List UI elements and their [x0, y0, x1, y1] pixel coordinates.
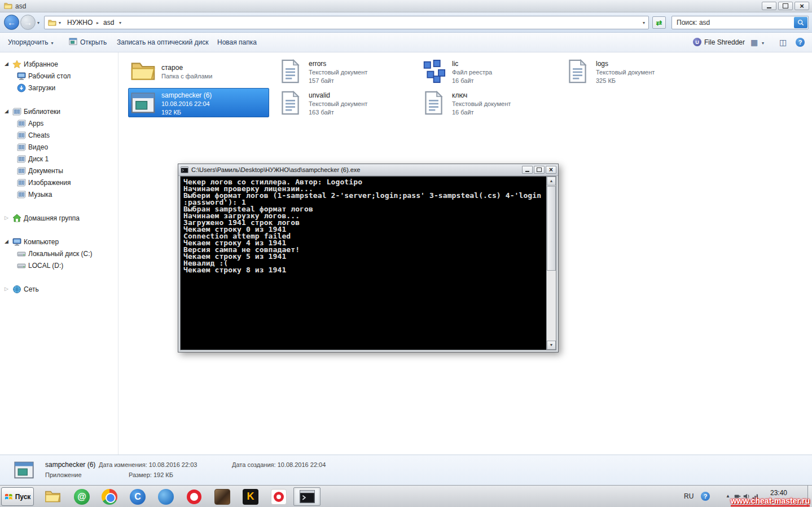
breadcrumb-current[interactable]: asd: [103, 19, 114, 27]
file-tile-klyuch[interactable]: ключ Текстовый документ 16 байт: [419, 88, 560, 117]
file-tile-sampchecker[interactable]: sampchecker (6) 10.08.2016 22:04 192 КБ: [128, 88, 269, 117]
taskbar-button-console[interactable]: [293, 487, 321, 506]
hard-drive-icon: [17, 249, 26, 258]
chevron-down-icon[interactable]: [119, 20, 121, 25]
console-body[interactable]: Чекер логов со стиллера. Автор: Logotipo…: [180, 176, 556, 350]
maximize-button[interactable]: [534, 166, 545, 174]
file-tile-staroe[interactable]: старое Папка с файлами: [128, 56, 269, 86]
explorer-titlebar: asd: [0, 0, 812, 12]
library-icon: [17, 155, 26, 164]
minimize-button[interactable]: [762, 2, 776, 10]
language-indicator[interactable]: RU: [684, 492, 694, 500]
sidebar-item-music[interactable]: Музыка: [0, 189, 118, 200]
file-tile-unvalid[interactable]: unvalid Текстовый документ 163 байт: [275, 88, 416, 117]
monitor-icon: [17, 72, 26, 81]
open-button[interactable]: Открыть: [69, 38, 107, 46]
taskbar-button-blue-app[interactable]: [152, 487, 179, 506]
console-window[interactable]: C:\Users\Рамиль\Desktop\НУЖНО\asd\sampch…: [178, 164, 559, 352]
kmplayer-icon: [243, 489, 258, 505]
expander-icon[interactable]: [5, 61, 8, 67]
close-button[interactable]: [795, 2, 809, 10]
refresh-button[interactable]: [652, 16, 666, 29]
library-icon: [17, 119, 26, 128]
preview-pane-button[interactable]: [779, 38, 787, 47]
expander-icon[interactable]: [5, 286, 8, 292]
taskbar-button-opera-2[interactable]: [265, 487, 292, 506]
expander-icon[interactable]: [5, 215, 8, 221]
minimize-button[interactable]: [522, 166, 533, 174]
sidebar-item-drive-d[interactable]: LOCAL (D:): [0, 260, 118, 271]
sidebar-item-favorites[interactable]: Избранное: [0, 59, 118, 70]
new-folder-button[interactable]: Новая папка: [217, 38, 257, 46]
file-tile-lic[interactable]: lic Файл реестра 16 байт: [419, 56, 560, 86]
console-titlebar[interactable]: C:\Users\Рамиль\Desktop\НУЖНО\asd\sampch…: [178, 164, 558, 176]
expander-icon[interactable]: [5, 108, 8, 114]
scroll-down-button[interactable]: [547, 341, 556, 350]
change-view-button[interactable]: [750, 38, 758, 47]
scroll-up-button[interactable]: [547, 177, 556, 186]
taskbar-button-photo-app[interactable]: [209, 487, 236, 506]
library-icon: [17, 143, 26, 152]
sidebar-item-video[interactable]: Видео: [0, 142, 118, 153]
console-line: Чекаем строку 8 из 1941: [183, 267, 543, 274]
back-button[interactable]: [4, 15, 19, 30]
organize-button[interactable]: Упорядочить: [8, 38, 53, 46]
file-tile-errors[interactable]: errors Текстовый документ 157 байт: [275, 56, 416, 86]
taskbar-button-browser-c[interactable]: [124, 487, 151, 506]
taskbar-button-mail-agent[interactable]: [68, 487, 95, 506]
sidebar-item-drive-c[interactable]: Локальный диск (C:): [0, 248, 118, 259]
vertical-scrollbar[interactable]: [546, 177, 556, 350]
sidebar-item-libraries[interactable]: Библиотеки: [0, 106, 118, 117]
taskbar-button-opera[interactable]: [181, 487, 208, 506]
sidebar-item-homegroup[interactable]: Домашняя группа: [0, 213, 118, 224]
tray-expand-icon[interactable]: [726, 493, 730, 499]
recent-pages-chevron-icon[interactable]: [37, 20, 39, 25]
clock[interactable]: 23:40: [763, 489, 795, 497]
taskbar-button-kmplayer[interactable]: [237, 487, 264, 506]
file-shredder-button[interactable]: File Shredder: [704, 38, 745, 46]
sidebar-item-desktop[interactable]: Рабочий стол: [0, 70, 118, 82]
forward-button[interactable]: [20, 15, 36, 30]
sidebar-item-network[interactable]: Сеть: [0, 284, 118, 295]
chevron-down-icon[interactable]: [59, 20, 61, 25]
search-button[interactable]: [794, 17, 807, 28]
file-size: Размер: 192 КБ: [129, 471, 173, 478]
opera-icon: [271, 489, 287, 505]
sidebar-item-downloads[interactable]: Загрузки: [0, 82, 118, 94]
taskbar-button-explorer[interactable]: [39, 487, 66, 506]
file-tile-logs[interactable]: logs Текстовый документ 325 КБ: [563, 56, 704, 86]
sidebar-item-apps[interactable]: Apps: [0, 118, 118, 129]
help-icon[interactable]: [701, 492, 710, 501]
search-box[interactable]: Поиск: asd: [671, 16, 809, 29]
sidebar-item-cheats[interactable]: Cheats: [0, 130, 118, 141]
hard-drive-icon: [17, 261, 26, 270]
taskbar-button-chrome[interactable]: [96, 487, 123, 506]
breadcrumb-separator-icon[interactable]: [96, 20, 99, 25]
date-modified: Дата изменения: 10.08.2016 22:03: [99, 461, 197, 468]
scrollbar-thumb[interactable]: [547, 186, 556, 271]
maximize-button[interactable]: [778, 2, 793, 10]
breadcrumb-root[interactable]: НУЖНО: [67, 19, 93, 27]
help-button[interactable]: [796, 38, 805, 47]
navigation-pane: Избранное Рабочий стол Загрузки Библиоте…: [0, 52, 118, 455]
application-icon: [14, 460, 34, 480]
start-button[interactable]: Пуск: [1, 487, 34, 506]
sidebar-item-computer[interactable]: Компьютер: [0, 236, 118, 248]
folder-icon: [45, 488, 61, 505]
text-document-icon: [278, 59, 303, 84]
application-icon: [69, 37, 77, 46]
desktop: asd НУЖНО asd Поиск: asd Упор: [0, 0, 812, 507]
address-history-chevron-icon[interactable]: [643, 20, 645, 25]
file-shredder-icon: [693, 38, 701, 46]
blue-app-icon: [158, 489, 174, 505]
address-bar[interactable]: НУЖНО asd: [44, 16, 649, 29]
sidebar-item-pictures[interactable]: Изображения: [0, 177, 118, 188]
close-button[interactable]: [546, 166, 556, 174]
sidebar-item-documents[interactable]: Документы: [0, 165, 118, 177]
text-document-icon: [278, 90, 303, 116]
burn-button[interactable]: Записать на оптический диск: [117, 38, 209, 46]
sidebar-item-disk1[interactable]: Диск 1: [0, 153, 118, 165]
console-output: Чекер логов со стиллера. Автор: Logotipo…: [183, 179, 543, 274]
chevron-down-icon[interactable]: [762, 41, 764, 46]
expander-icon[interactable]: [5, 239, 8, 244]
